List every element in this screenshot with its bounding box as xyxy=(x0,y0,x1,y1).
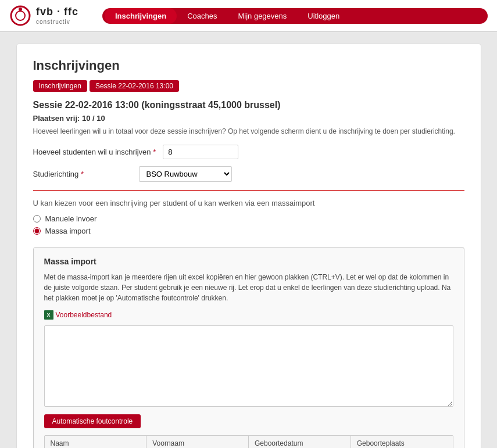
studierichting-row: Studierichting * BSO Ruwbouw BSO Andere … xyxy=(33,166,464,182)
massa-import-desc: Met de massa-import kan je meerdere rije… xyxy=(44,272,453,303)
import-textarea[interactable] xyxy=(44,325,453,407)
col-geboorteplaats: Geboorteplaats xyxy=(351,436,453,448)
choice-text: U kan kiezen voor een inschrijving per s… xyxy=(33,199,464,207)
studierichting-select[interactable]: BSO Ruwbouw BSO Andere TSO Bouw xyxy=(139,166,232,182)
nav-uitloggen[interactable]: Uitloggen xyxy=(297,8,350,24)
studenten-row: Hoeveel studenten wil u inschrijven * xyxy=(33,145,464,159)
session-title: Sessie 22-02-2016 13:00 (koningsstraat 4… xyxy=(33,100,464,110)
breadcrumb: Inschrijvingen Sessie 22-02-2016 13:00 xyxy=(33,80,464,92)
logo-fvb: fvb · ffc xyxy=(36,6,78,19)
nav-inschrijvingen[interactable]: Inschrijvingen xyxy=(105,8,177,24)
excel-icon: X xyxy=(44,310,53,320)
radio-group: Manuele invoer Massa import xyxy=(33,214,464,235)
col-geboortedatum: Geboortedatum xyxy=(249,436,351,448)
massa-import-box: Massa import Met de massa-import kan je … xyxy=(33,247,464,448)
foutcontrole-button[interactable]: Automatische foutcontrole xyxy=(44,414,141,428)
col-voornaam: Voornaam xyxy=(146,436,249,448)
logo-area: fvb · ffc constructiv xyxy=(9,5,79,27)
plaatsen-text: Plaatsen vrij: 10 / 10 xyxy=(33,114,464,123)
col-naam: Naam xyxy=(45,436,147,448)
svg-point-1 xyxy=(16,11,25,20)
nav-mijn-gegevens[interactable]: Mijn gegevens xyxy=(227,8,297,24)
radio-massa-input[interactable] xyxy=(33,227,41,235)
nav-bar: Inschrijvingen Coaches Mijn gegevens Uit… xyxy=(102,8,488,24)
radio-manueel-label: Manuele invoer xyxy=(45,214,97,223)
page-title: Inschrijvingen xyxy=(33,58,464,73)
breadcrumb-sessie[interactable]: Sessie 22-02-2016 13:00 xyxy=(90,80,179,92)
divider xyxy=(33,190,464,191)
studierichting-label: Studierichting * xyxy=(33,170,132,178)
logo-icon xyxy=(9,5,31,27)
logo-text: fvb · ffc constructiv xyxy=(36,6,78,26)
breadcrumb-inschrijvingen[interactable]: Inschrijvingen xyxy=(33,80,87,92)
radio-massa[interactable]: Massa import xyxy=(33,227,464,235)
voorbeeld-link[interactable]: Voorbeeldbestand xyxy=(56,311,112,319)
logo-constructiv: constructiv xyxy=(36,19,78,26)
studenten-label: Hoeveel studenten wil u inschrijven * xyxy=(33,148,156,156)
massa-import-title: Massa import xyxy=(44,257,453,266)
radio-manueel-input[interactable] xyxy=(33,215,41,223)
nav-coaches[interactable]: Coaches xyxy=(177,8,227,24)
main-content: Inschrijvingen Inschrijvingen Sessie 22-… xyxy=(16,44,481,448)
header: fvb · ffc constructiv Inschrijvingen Coa… xyxy=(0,0,497,32)
table-header: Naam Voornaam Geboortedatum Geboorteplaa… xyxy=(44,435,453,448)
svg-point-2 xyxy=(19,8,22,11)
studenten-input[interactable] xyxy=(163,145,238,159)
radio-massa-label: Massa import xyxy=(45,227,91,235)
radio-manueel[interactable]: Manuele invoer xyxy=(33,214,464,223)
info-text: Hoeveel leerlingen wil u in totaal voor … xyxy=(33,127,464,135)
voorbeeld-link-row: X Voorbeeldbestand xyxy=(44,310,453,320)
